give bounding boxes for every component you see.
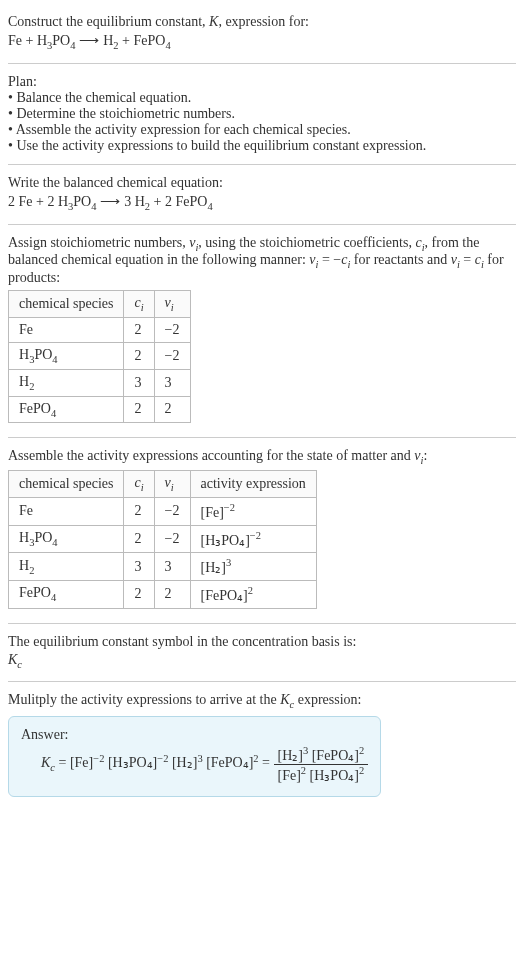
balanced-intro: Write the balanced chemical equation: (8, 175, 516, 191)
kc-symbol-section: The equilibrium constant symbol in the c… (8, 628, 516, 678)
text: Mulitply the activity expressions to arr… (8, 692, 280, 707)
intro-section: Construct the equilibrium constant, K, e… (8, 8, 516, 59)
cell-activity: [H₂]3 (190, 553, 316, 581)
text: Assemble the activity expressions accoun… (8, 448, 414, 463)
intro-text-2: , expression for: (218, 14, 309, 29)
answer-label: Answer: (21, 727, 368, 743)
table-row: FePO4 2 2 (9, 396, 191, 423)
divider (8, 623, 516, 624)
cell-activity: [Fe]−2 (190, 497, 316, 525)
sub: 4 (51, 407, 56, 418)
name: Fe (19, 322, 33, 337)
fraction: [H₂]3 [FePO₄]2[Fe]2 [H₃PO₄]2 (274, 745, 369, 783)
sup: −2 (224, 502, 235, 513)
sup: 2 (359, 765, 364, 776)
species-h3po4-mid: PO (52, 33, 70, 48)
stoich-section: Assign stoichiometric numbers, νi, using… (8, 229, 516, 434)
plan-item: • Balance the chemical equation. (8, 90, 516, 106)
balanced-equation: 2 Fe + 2 H3PO4 ⟶ 3 H2 + 2 FePO4 (8, 193, 516, 212)
plus: + (22, 33, 37, 48)
text: : (423, 448, 427, 463)
reaction-arrow-icon: ⟶ (96, 193, 124, 209)
col-species: chemical species (9, 471, 124, 498)
cell-ci: 3 (124, 553, 154, 581)
sub: i (141, 482, 144, 493)
table-row: H3PO4 2 −2 [H₃PO₄]−2 (9, 525, 317, 553)
sub: 4 (165, 40, 170, 51)
text: , using the stoichiometric coefficients, (198, 235, 415, 250)
kc-intro: The equilibrium constant symbol in the c… (8, 634, 516, 650)
sup: −2 (93, 753, 104, 764)
term: [FePO₄] (308, 748, 359, 763)
eq: = (259, 756, 274, 771)
cell-activity: [FePO₄]2 (190, 580, 316, 608)
sup: 2 (248, 585, 253, 596)
term: [Fe] (70, 756, 93, 771)
species-fepo4: FePO (134, 33, 166, 48)
text: = − (318, 252, 341, 267)
answer-equation: Kc = [Fe]−2 [H₃PO₄]−2 [H₂]3 [FePO₄]2 = [… (21, 745, 368, 783)
unbalanced-equation: Fe + H3PO4 ⟶ H2 + FePO4 (8, 32, 516, 51)
name: H (19, 347, 29, 362)
eq: = (55, 756, 70, 771)
divider (8, 63, 516, 64)
bracket: [H₃PO₄] (201, 532, 250, 547)
term: [H₃PO₄] (104, 756, 157, 771)
cell-nui: 3 (154, 553, 190, 581)
text: expression: (294, 692, 361, 707)
sub: 4 (51, 592, 56, 603)
cell-species: H3PO4 (9, 525, 124, 553)
sub: 2 (29, 565, 34, 576)
stoich-table: chemical species ci νi Fe 2 −2 H3PO4 2 −… (8, 290, 191, 423)
cell-species: H2 (9, 553, 124, 581)
term: [H₂] (278, 748, 303, 763)
table-row: Fe 2 −2 (9, 317, 191, 342)
cell-nui: −2 (154, 497, 190, 525)
plus: + (150, 194, 165, 209)
divider (8, 437, 516, 438)
sup: 3 (226, 557, 231, 568)
cell-species: FePO4 (9, 396, 124, 423)
table-row: H2 3 3 (9, 369, 191, 396)
name: H (19, 374, 29, 389)
coef: 2 (47, 194, 58, 209)
k: K (280, 692, 289, 707)
cell-species: H3PO4 (9, 342, 124, 369)
text: = (460, 252, 475, 267)
name: H (19, 530, 29, 545)
sub: 4 (52, 354, 57, 365)
cell-ci: 2 (124, 396, 154, 423)
species-fe: Fe (8, 33, 22, 48)
cell-nui: −2 (154, 525, 190, 553)
term: [H₃PO₄] (306, 768, 359, 783)
mid: PO (34, 530, 52, 545)
plan-item: • Assemble the activity expression for e… (8, 122, 516, 138)
table-header-row: chemical species ci νi activity expressi… (9, 471, 317, 498)
species-h3po4-mid: PO (73, 194, 91, 209)
kc-symbol-line: Kc (8, 652, 516, 670)
k: K (8, 652, 17, 667)
sup: 2 (359, 745, 364, 756)
table-row: Fe 2 −2 [Fe]−2 (9, 497, 317, 525)
name: FePO (19, 401, 51, 416)
answer-section: Mulitply the activity expressions to arr… (8, 686, 516, 802)
sub: i (171, 302, 174, 313)
name: Fe (19, 503, 33, 518)
activity-intro: Assemble the activity expressions accoun… (8, 448, 516, 466)
table-row: FePO4 2 2 [FePO₄]2 (9, 580, 317, 608)
cell-species: Fe (9, 497, 124, 525)
cell-ci: 2 (124, 497, 154, 525)
col-nui: νi (154, 471, 190, 498)
multiply-intro: Mulitply the activity expressions to arr… (8, 692, 516, 710)
mid: PO (34, 347, 52, 362)
reaction-arrow-icon: ⟶ (75, 32, 103, 48)
sub: c (17, 658, 22, 669)
name: FePO (19, 585, 51, 600)
cell-ci: 2 (124, 342, 154, 369)
coef: 3 (124, 194, 135, 209)
species-h2: H (103, 33, 113, 48)
species-h2: H (135, 194, 145, 209)
stoich-intro: Assign stoichiometric numbers, νi, using… (8, 235, 516, 287)
cell-nui: 2 (154, 396, 190, 423)
k-symbol: K (209, 14, 218, 29)
